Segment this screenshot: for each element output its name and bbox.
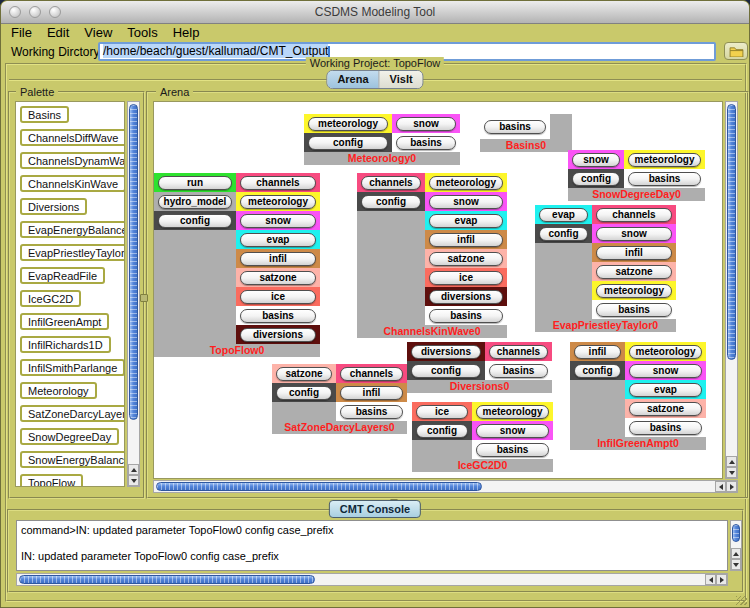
- port-button-infil[interactable]: infil: [240, 252, 316, 266]
- arena-scroll-up-button[interactable]: [726, 456, 737, 467]
- port-button-evap[interactable]: evap: [539, 208, 588, 222]
- port-button-basins[interactable]: basins: [240, 309, 316, 323]
- window-resize-grip[interactable]: [736, 596, 747, 605]
- port-button-meteorology[interactable]: meteorology: [429, 176, 503, 190]
- port-button-config[interactable]: config: [361, 195, 421, 209]
- port-button-config[interactable]: config: [572, 172, 620, 186]
- port-button-basins[interactable]: basins: [628, 172, 701, 186]
- menu-file[interactable]: File: [11, 25, 41, 40]
- palette-item-Basins[interactable]: Basins: [20, 106, 69, 123]
- port-button-snow[interactable]: snow: [240, 214, 316, 228]
- port-button-basins[interactable]: basins: [396, 136, 456, 150]
- port-button-ice[interactable]: ice: [416, 405, 468, 419]
- cmt-console-toggle-button[interactable]: CMT Console: [329, 500, 421, 518]
- menu-tools[interactable]: Tools: [127, 25, 166, 40]
- console-scroll-left-button[interactable]: [705, 574, 716, 585]
- port-button-ice[interactable]: ice: [240, 290, 316, 304]
- palette-item-ChannelsDynamWave[interactable]: ChannelsDynamWave: [20, 152, 125, 169]
- menu-help[interactable]: Help: [173, 25, 209, 40]
- port-button-snow[interactable]: snow: [476, 424, 549, 438]
- port-button-snow[interactable]: snow: [396, 117, 456, 131]
- component-group-SatZoneDarcyLayers0[interactable]: satzoneconfigchannelsinfilbasinsSatZoneD…: [272, 364, 407, 434]
- port-button-diversions[interactable]: diversions: [411, 345, 481, 359]
- console-scroll-down-button[interactable]: [731, 559, 741, 570]
- palette-item-EvapPriestleyTaylor[interactable]: EvapPriestleyTaylor: [20, 244, 125, 261]
- port-button-basins[interactable]: basins: [489, 364, 548, 378]
- menu-view[interactable]: View: [84, 25, 121, 40]
- palette-item-Meteorology[interactable]: Meteorology: [20, 382, 97, 399]
- port-button-channels[interactable]: channels: [340, 367, 403, 381]
- port-button-meteorology[interactable]: meteorology: [629, 345, 702, 359]
- arena-canvas[interactable]: meteorologyconfigsnowbasinsMeteorology0b…: [153, 101, 723, 479]
- port-button-infil[interactable]: infil: [340, 386, 403, 400]
- port-button-diversions[interactable]: diversions: [429, 290, 503, 304]
- palette-item-SnowEnergyBalance[interactable]: SnowEnergyBalance: [20, 451, 125, 468]
- port-button-run[interactable]: run: [158, 176, 232, 190]
- palette-item-InfilGreenAmpt[interactable]: InfilGreenAmpt: [20, 313, 109, 330]
- component-group-TopoFlow0[interactable]: runhydro_modelconfigchannelsmeteorologys…: [154, 173, 320, 357]
- port-button-channels[interactable]: channels: [596, 208, 672, 222]
- port-button-config[interactable]: config: [276, 386, 332, 400]
- palette-scrollbar-thumb[interactable]: [129, 104, 138, 420]
- port-button-satzone[interactable]: satzone: [629, 402, 702, 416]
- console-scroll-right-button[interactable]: [716, 574, 727, 585]
- port-button-hydro_model[interactable]: hydro_model: [158, 195, 232, 209]
- port-button-satzone[interactable]: satzone: [240, 271, 316, 285]
- palette-item-ChannelsDiffWave[interactable]: ChannelsDiffWave: [20, 129, 125, 146]
- browse-folder-button[interactable]: [724, 42, 748, 60]
- port-button-infil[interactable]: infil: [429, 233, 503, 247]
- port-button-evap[interactable]: evap: [629, 383, 702, 397]
- palette-item-TopoFlow[interactable]: TopoFlow: [20, 474, 83, 487]
- arena-vertical-scrollbar-thumb[interactable]: [727, 104, 736, 360]
- port-button-meteorology[interactable]: meteorology: [628, 153, 701, 167]
- palette-item-InfilSmithParlange[interactable]: InfilSmithParlange: [20, 359, 125, 376]
- port-button-channels[interactable]: channels: [489, 345, 548, 359]
- palette-item-ChannelsKinWave[interactable]: ChannelsKinWave: [20, 175, 125, 192]
- port-button-config[interactable]: config: [539, 227, 588, 241]
- port-button-meteorology[interactable]: meteorology: [308, 117, 388, 131]
- component-group-Diversions0[interactable]: diversionsconfigchannelsbasinsDiversions…: [407, 342, 552, 393]
- port-button-satzone[interactable]: satzone: [276, 367, 332, 381]
- port-button-diversions[interactable]: diversions: [240, 328, 316, 342]
- title-bar[interactable]: CSDMS Modeling Tool: [1, 1, 749, 24]
- port-button-config[interactable]: config: [411, 364, 481, 378]
- port-button-basins[interactable]: basins: [596, 303, 672, 317]
- port-button-basins[interactable]: basins: [484, 120, 546, 134]
- tab-visit[interactable]: VisIt: [379, 71, 423, 88]
- console-horizontal-scrollbar-thumb[interactable]: [19, 575, 315, 584]
- port-button-infil[interactable]: infil: [574, 345, 621, 359]
- console-vertical-scrollbar-thumb[interactable]: [732, 524, 740, 542]
- arena-horizontal-scrollbar-thumb[interactable]: [156, 482, 482, 491]
- port-button-meteorology[interactable]: meteorology: [596, 284, 672, 298]
- port-button-snow[interactable]: snow: [596, 227, 672, 241]
- console-scroll-up-button[interactable]: [731, 548, 741, 559]
- component-group-EvapPriestleyTaylor0[interactable]: evapconfigchannelssnowinfilsatzonemeteor…: [535, 205, 676, 332]
- port-button-snow[interactable]: snow: [572, 153, 620, 167]
- port-button-basins[interactable]: basins: [629, 421, 702, 435]
- arena-scroll-down-button[interactable]: [726, 467, 737, 478]
- palette-scroll-up-button[interactable]: [128, 464, 139, 475]
- component-group-Meteorology0[interactable]: meteorologyconfigsnowbasinsMeteorology0: [304, 114, 460, 165]
- port-button-config[interactable]: config: [416, 424, 468, 438]
- component-group-SnowDegreeDay0[interactable]: snowconfigmeteorologybasinsSnowDegreeDay…: [568, 150, 705, 201]
- palette-scroll-down-button[interactable]: [128, 475, 139, 486]
- port-button-channels[interactable]: channels: [361, 176, 421, 190]
- port-button-snow[interactable]: snow: [629, 364, 702, 378]
- port-button-satzone[interactable]: satzone: [596, 265, 672, 279]
- port-button-ice[interactable]: ice: [429, 271, 503, 285]
- palette-item-Diversions[interactable]: Diversions: [20, 198, 87, 215]
- port-button-basins[interactable]: basins: [476, 443, 549, 457]
- component-group-InfilGreenAmpt0[interactable]: infilconfigmeteorologysnowevapsatzonebas…: [570, 342, 706, 450]
- port-button-basins[interactable]: basins: [340, 405, 403, 419]
- tab-arena[interactable]: Arena: [327, 71, 378, 88]
- arena-scroll-left-button[interactable]: [715, 481, 726, 492]
- port-button-infil[interactable]: infil: [596, 246, 672, 260]
- port-button-meteorology[interactable]: meteorology: [476, 405, 549, 419]
- palette-item-EvapEnergyBalance[interactable]: EvapEnergyBalance: [20, 221, 125, 238]
- palette-item-InfilRichards1D[interactable]: InfilRichards1D: [20, 336, 111, 353]
- component-group-Basins0[interactable]: basinsBasins0: [480, 114, 572, 152]
- port-button-snow[interactable]: snow: [429, 195, 503, 209]
- component-group-ChannelsKinWave0[interactable]: channelsconfigmeteorologysnowevapinfilsa…: [357, 173, 507, 338]
- palette-item-SatZoneDarcyLayers[interactable]: SatZoneDarcyLayers: [20, 405, 125, 422]
- port-button-meteorology[interactable]: meteorology: [240, 195, 316, 209]
